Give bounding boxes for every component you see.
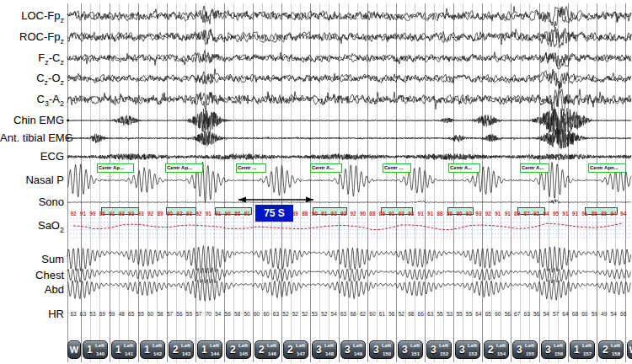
stage-number: 3: [545, 344, 551, 356]
stage-number: 2: [488, 344, 494, 356]
stage-side-label: Left: [439, 343, 448, 348]
stage-side-label: Left: [238, 343, 248, 348]
stage-side-label: Left: [525, 343, 534, 348]
stage-side-label: Left: [554, 343, 563, 348]
stage-box-epoch-156[interactable]: 3Left156: [541, 340, 566, 359]
stage-box-wake[interactable]: W: [67, 340, 81, 359]
stage-epoch-number: 140: [96, 351, 104, 356]
stage-number: 2: [173, 344, 179, 356]
stage-epoch-number: 150: [383, 351, 391, 356]
stage-box-epoch-146[interactable]: 2Left146: [254, 340, 280, 359]
stage-epoch-number: 153: [469, 351, 477, 356]
stage-side-label: Left: [353, 343, 362, 348]
stage-side-label: Left: [496, 343, 506, 348]
stage-box-epoch-145[interactable]: 2Left145: [226, 340, 251, 359]
stage-side-label: Left: [124, 343, 133, 348]
stage-epoch-number: 158: [612, 351, 620, 356]
stage-number: 3: [373, 344, 379, 356]
stage-side-label: Left: [181, 343, 190, 348]
stage-side-label: Left: [324, 343, 334, 348]
hypnogram-stage-row: W1Left1401Left1411Left1422Left1431Left14…: [0, 0, 632, 364]
stage-box-epoch-147[interactable]: 2Left147: [283, 340, 308, 359]
stage-box-epoch-141[interactable]: 1Left141: [111, 340, 137, 359]
stage-box-epoch-142[interactable]: 1Left142: [140, 340, 165, 359]
stage-side-label: Left: [611, 343, 620, 348]
stage-number: 3: [316, 344, 322, 356]
stage-box-epoch-152[interactable]: 3Left152: [426, 340, 452, 359]
stage-box-epoch-148[interactable]: 3Left148: [312, 340, 337, 359]
stage-number: 2: [287, 344, 293, 356]
stage-number: 2: [603, 344, 608, 356]
stage-epoch-number: 155: [526, 351, 534, 356]
stage-box-epoch-158[interactable]: 2Left158: [598, 340, 624, 359]
stage-side-label: Left: [296, 343, 305, 348]
stage-box-wake[interactable]: W: [627, 340, 632, 359]
stage-epoch-number: 157: [583, 351, 592, 356]
stage-box-epoch-154[interactable]: 2Left154: [484, 340, 509, 359]
stage-epoch-number: 144: [211, 351, 219, 356]
stage-number: 1: [144, 344, 150, 356]
stage-epoch-number: 141: [125, 351, 133, 356]
stage-side-label: Left: [267, 343, 276, 348]
stage-box-epoch-149[interactable]: 3Left149: [340, 340, 366, 359]
stage-epoch-number: 148: [325, 351, 334, 356]
psg-recording-screen: LOC-FpzROC-FpzFz-CzCz-OzC3-A2Chin EMGAnt…: [0, 0, 632, 364]
stage-box-epoch-155[interactable]: 3Left155: [512, 340, 538, 359]
stage-epoch-number: 142: [153, 351, 162, 356]
stage-side-label: Left: [582, 343, 592, 348]
stage-epoch-number: 156: [554, 351, 563, 356]
stage-number: 3: [345, 344, 351, 356]
stage-epoch-number: 149: [354, 351, 362, 356]
stage-side-label: Left: [95, 343, 104, 348]
stage-number: 3: [459, 344, 465, 356]
stage-number: 2: [259, 344, 265, 356]
stage-side-label: Left: [468, 343, 477, 348]
stage-number: 1: [574, 344, 580, 356]
stage-box-epoch-140[interactable]: 1Left140: [83, 340, 108, 359]
stage-box-epoch-157[interactable]: 1Left157: [570, 340, 595, 359]
stage-side-label: Left: [382, 343, 391, 348]
stage-epoch-number: 147: [297, 351, 305, 356]
stage-epoch-number: 151: [411, 351, 420, 356]
stage-side-label: Left: [210, 343, 219, 348]
stage-number: 3: [517, 344, 522, 356]
stage-number: 2: [230, 344, 236, 356]
stage-number: 3: [431, 344, 437, 356]
stage-number: 1: [87, 344, 93, 356]
stage-number: 1: [115, 344, 121, 356]
stage-epoch-number: 152: [440, 351, 448, 356]
stage-epoch-number: 143: [182, 351, 190, 356]
stage-epoch-number: 145: [239, 351, 248, 356]
stage-side-label: Left: [153, 343, 162, 348]
stage-box-epoch-153[interactable]: 3Left153: [455, 340, 480, 359]
stage-side-label: Left: [410, 343, 420, 348]
stage-box-epoch-151[interactable]: 3Left151: [398, 340, 423, 359]
stage-epoch-number: 146: [268, 351, 276, 356]
stage-number: 1: [201, 344, 207, 356]
stage-box-epoch-144[interactable]: 1Left144: [197, 340, 222, 359]
stage-box-epoch-143[interactable]: 2Left143: [169, 340, 194, 359]
stage-number: 3: [402, 344, 408, 356]
stage-epoch-number: 154: [497, 351, 506, 356]
stage-box-epoch-150[interactable]: 3Left150: [369, 340, 394, 359]
